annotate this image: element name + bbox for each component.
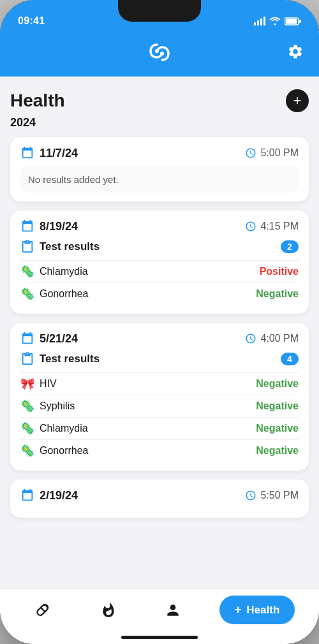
home-indicator bbox=[121, 636, 198, 639]
main-content: Health + 2024 11/7/24 bbox=[0, 77, 319, 644]
svg-rect-2 bbox=[286, 18, 297, 24]
card-header-4: 2/19/24 5:50 PM bbox=[20, 488, 299, 502]
nav-item-flame[interactable] bbox=[90, 596, 127, 624]
flame-icon bbox=[100, 601, 117, 619]
germ-icon-syphilis: 🦠 bbox=[20, 399, 34, 413]
card-date-1: 11/7/24 bbox=[20, 146, 78, 160]
calendar-icon-1 bbox=[20, 146, 34, 160]
germ-icon-chlamydia-1: 🦠 bbox=[20, 265, 34, 279]
test-row-chlamydia-2: 🦠 Chlamydia Negative bbox=[20, 417, 299, 439]
section-label-2: Test results bbox=[20, 240, 100, 254]
card-date-4: 2/19/24 bbox=[20, 488, 78, 502]
health-button-label: Health bbox=[246, 604, 279, 617]
badge-2: 2 bbox=[281, 240, 299, 253]
clipboard-icon-3 bbox=[20, 352, 34, 366]
health-plus-icon: + bbox=[235, 603, 242, 617]
battery-icon bbox=[285, 17, 301, 26]
test-row-gonorrhea-2: 🦠 Gonorrhea Negative bbox=[20, 439, 299, 462]
svg-point-3 bbox=[155, 49, 159, 53]
test-row-chlamydia-1: 🦠 Chlamydia Positive bbox=[20, 260, 299, 282]
settings-button[interactable] bbox=[287, 43, 304, 64]
svg-rect-1 bbox=[299, 20, 301, 23]
status-time: 09:41 bbox=[18, 15, 45, 27]
clock-icon-3 bbox=[245, 333, 256, 344]
clipboard-icon-2 bbox=[20, 240, 34, 254]
health-button[interactable]: + Health bbox=[219, 596, 295, 624]
year-label: 2024 bbox=[10, 116, 309, 129]
test-row-hiv: 🎀 HIV Negative bbox=[20, 372, 299, 395]
svg-point-4 bbox=[160, 52, 164, 55]
test-name-syphilis: 🦠 Syphilis bbox=[20, 399, 75, 413]
test-row-syphilis: 🦠 Syphilis Negative bbox=[20, 395, 299, 417]
clock-icon-4 bbox=[245, 490, 256, 501]
pill-icon bbox=[34, 601, 52, 619]
calendar-icon-4 bbox=[20, 488, 34, 502]
test-name-chlamydia-1: 🦠 Chlamydia bbox=[20, 265, 88, 279]
section-row-2: Test results 2 bbox=[20, 240, 299, 254]
app-logo bbox=[144, 41, 175, 66]
germ-icon-gonorrhea-2: 🦠 bbox=[20, 444, 34, 458]
person-icon bbox=[165, 601, 181, 619]
notch bbox=[118, 0, 201, 22]
test-name-gonorrhea-2: 🦠 Gonorrhea bbox=[20, 444, 89, 458]
card-date-3: 5/21/24 bbox=[20, 332, 78, 346]
nav-item-person[interactable] bbox=[154, 596, 191, 624]
record-card-3: 5/21/24 4:00 PM Test results bbox=[10, 323, 309, 471]
result-chlamydia-1: Positive bbox=[260, 266, 299, 277]
section-label-3: Test results bbox=[20, 352, 100, 366]
result-gonorrhea-1: Negative bbox=[256, 288, 299, 300]
card-header-2: 8/19/24 4:15 PM bbox=[20, 219, 299, 233]
nav-item-pill[interactable] bbox=[24, 596, 63, 624]
record-card-2: 8/19/24 4:15 PM Test results bbox=[10, 210, 309, 314]
wifi-icon bbox=[269, 17, 281, 26]
germ-icon-chlamydia-2: 🦠 bbox=[20, 421, 34, 435]
clock-icon-1 bbox=[245, 147, 256, 159]
clock-icon-2 bbox=[245, 221, 256, 232]
page-title: Health bbox=[10, 91, 65, 111]
record-card-4: 2/19/24 5:50 PM bbox=[10, 479, 309, 518]
signal-icon bbox=[254, 17, 265, 26]
card-time-3: 4:00 PM bbox=[245, 333, 299, 344]
result-syphilis: Negative bbox=[256, 400, 299, 412]
card-date-2: 8/19/24 bbox=[20, 219, 78, 233]
test-name-gonorrhea-1: 🦠 Gonorrhea bbox=[20, 287, 89, 301]
calendar-icon-3 bbox=[20, 332, 34, 346]
card-time-4: 5:50 PM bbox=[245, 490, 299, 501]
card-time-2: 4:15 PM bbox=[245, 221, 299, 232]
germ-icon-gonorrhea-1: 🦠 bbox=[20, 287, 34, 301]
card-header-1: 11/7/24 5:00 PM bbox=[20, 146, 299, 160]
page-header: Health + bbox=[10, 89, 309, 112]
ribbon-icon-hiv: 🎀 bbox=[20, 377, 34, 391]
badge-3: 4 bbox=[281, 353, 299, 365]
status-icons bbox=[254, 17, 301, 26]
card-time-1: 5:00 PM bbox=[245, 147, 299, 159]
test-row-gonorrhea-1: 🦠 Gonorrhea Negative bbox=[20, 282, 299, 305]
record-card-1: 11/7/24 5:00 PM No results added yet. bbox=[10, 137, 309, 201]
result-chlamydia-2: Negative bbox=[256, 423, 299, 434]
no-results-1: No results added yet. bbox=[20, 166, 299, 193]
test-name-chlamydia-2: 🦠 Chlamydia bbox=[20, 421, 88, 435]
result-gonorrhea-2: Negative bbox=[256, 445, 299, 457]
section-row-3: Test results 4 bbox=[20, 352, 299, 366]
test-name-hiv: 🎀 HIV bbox=[20, 377, 57, 391]
app-header bbox=[0, 34, 319, 77]
calendar-icon-2 bbox=[20, 219, 34, 233]
result-hiv: Negative bbox=[256, 378, 299, 390]
card-header-3: 5/21/24 4:00 PM bbox=[20, 332, 299, 346]
add-button[interactable]: + bbox=[286, 89, 309, 112]
